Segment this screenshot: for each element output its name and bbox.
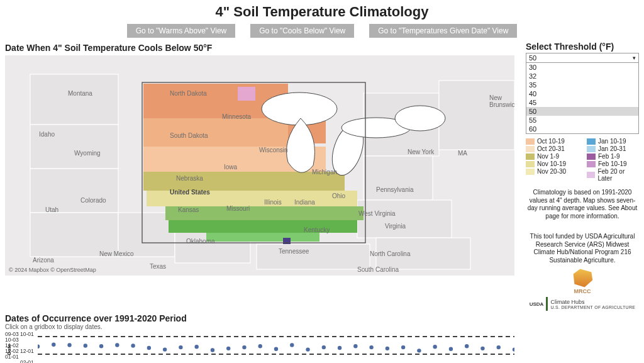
svg-point-42 (194, 345, 198, 349)
legend-swatch-icon (526, 161, 535, 167)
svg-point-57 (433, 345, 436, 349)
legend-item: Nov 10-19 (526, 160, 578, 167)
threshold-option-35[interactable]: 35 (526, 81, 638, 89)
timeseries-hint: Click on a gridbox to display dates. (5, 323, 639, 330)
legend-label: Nov 10-19 (537, 160, 566, 167)
svg-point-47 (274, 347, 278, 351)
svg-rect-2 (30, 125, 118, 169)
svg-point-62 (513, 347, 514, 351)
threshold-option-40[interactable]: 40 (526, 89, 638, 98)
svg-rect-22 (238, 87, 255, 101)
threshold-title: Select Threshold (°F) (526, 42, 639, 52)
svg-point-35 (84, 343, 87, 347)
mrcc-logo-text: MRCC (571, 288, 594, 294)
svg-rect-17 (143, 172, 345, 191)
timeseries-title: Dates of Occurrence over 1991-2020 Perio… (5, 313, 639, 323)
svg-point-44 (226, 347, 230, 350)
legend-item: Feb 20 or Later (587, 168, 639, 182)
svg-rect-20 (169, 220, 357, 233)
threshold-option-50[interactable]: 50 (526, 107, 638, 116)
svg-rect-8 (439, 81, 514, 150)
svg-rect-3 (30, 169, 118, 213)
svg-point-50 (322, 345, 326, 349)
threshold-option-45[interactable]: 45 (526, 98, 638, 107)
map-subtitle: Date When 4" Soil Temperature Cools Belo… (5, 42, 519, 55)
legend-label: Oct 20-31 (537, 145, 565, 152)
svg-rect-18 (147, 191, 357, 206)
svg-point-53 (369, 345, 373, 349)
svg-point-33 (52, 342, 55, 346)
legend-item: Oct 10-19 (526, 138, 578, 145)
svg-rect-11 (376, 238, 470, 269)
legend-swatch-icon (587, 146, 596, 152)
legend-item: Nov 20-30 (526, 168, 578, 175)
nav-cools-below[interactable]: Go to "Cools Below" View (250, 24, 354, 38)
funding-note: This tool funded by USDA Agricultural Re… (526, 233, 639, 264)
logo-row: MRCC USDA Climate Hubs U.S. DEPARTMENT O… (526, 268, 639, 311)
svg-point-39 (147, 346, 151, 350)
threshold-option-32[interactable]: 32 (526, 72, 638, 81)
svg-point-60 (480, 347, 484, 350)
climatology-note: Climatology is based on 1991-2020 values… (526, 189, 639, 220)
legend-swatch-icon (587, 154, 596, 160)
threshold-option-60[interactable]: 60 (526, 125, 638, 133)
svg-point-34 (67, 343, 71, 347)
nav-warms-above[interactable]: Go to "Warms Above" View (127, 24, 236, 38)
threshold-current[interactable]: 50 ▾ (526, 53, 638, 63)
svg-rect-15 (143, 118, 288, 147)
svg-point-59 (465, 344, 469, 348)
threshold-current-value: 50 (529, 54, 536, 62)
climate-hubs-text: Climate Hubs (550, 299, 584, 305)
svg-rect-4 (30, 213, 118, 257)
legend-label: Feb 20 or Later (597, 168, 639, 182)
svg-point-49 (306, 347, 309, 351)
usda-text: USDA (530, 301, 544, 307)
svg-point-51 (338, 346, 341, 350)
legend-item: Jan 10-19 (587, 138, 639, 145)
svg-point-27 (395, 106, 445, 131)
legend-label: Feb 10-19 (598, 160, 627, 167)
chevron-down-icon: ▾ (633, 55, 636, 61)
y-axis-ticks: 09-0310-01 10-03 11-02 12-0212-01 01-01 … (5, 332, 35, 363)
svg-point-36 (99, 344, 103, 348)
map-canvas[interactable]: Montana North Dakota South Dakota Minnes… (5, 55, 514, 276)
logo-bar-icon (546, 297, 548, 311)
legend-swatch-icon (587, 172, 595, 178)
legend-item: Feb 1-9 (587, 153, 639, 160)
climate-hubs-logo: USDA Climate Hubs U.S. DEPARTMENT OF AGR… (530, 297, 636, 311)
svg-point-48 (290, 343, 294, 347)
svg-point-56 (417, 349, 421, 352)
threshold-option-30[interactable]: 30 (526, 63, 638, 72)
threshold-dropdown[interactable]: 50 ▾ 3032354045505560 (526, 53, 639, 134)
legend-label: Feb 1-9 (598, 153, 619, 160)
timeseries-chart[interactable]: Date 09-0310-01 10-03 11-02 12-0212-01 0… (5, 332, 514, 363)
threshold-option-55[interactable]: 55 (526, 116, 638, 125)
legend-item: Nov 1-9 (526, 153, 578, 160)
svg-point-38 (131, 343, 135, 347)
legend-swatch-icon (587, 161, 596, 167)
svg-point-40 (163, 347, 167, 351)
legend-item: Jan 20-31 (587, 145, 639, 152)
legend-swatch-icon (526, 154, 535, 160)
legend-label: Nov 1-9 (537, 153, 559, 160)
svg-rect-21 (206, 233, 319, 242)
basemap-svg (5, 55, 514, 276)
nav-temps-given-date[interactable]: Go to "Temperatures Given Date" View (369, 24, 517, 38)
svg-point-45 (242, 345, 246, 349)
svg-point-32 (38, 345, 40, 349)
legend-swatch-icon (526, 138, 535, 145)
legend: Oct 10-19Oct 20-31Nov 1-9Nov 10-19Nov 20… (526, 138, 639, 182)
usda-dept-text: U.S. DEPARTMENT OF AGRICULTURE (550, 305, 635, 310)
svg-point-46 (258, 344, 262, 348)
svg-rect-19 (165, 206, 364, 220)
svg-point-55 (401, 345, 405, 349)
nav-row: Go to "Warms Above" View Go to "Cools Be… (0, 23, 644, 42)
svg-rect-10 (357, 200, 452, 238)
legend-swatch-icon (526, 146, 535, 152)
legend-label: Jan 10-19 (598, 138, 626, 145)
svg-rect-1 (30, 74, 118, 125)
svg-point-43 (211, 348, 214, 352)
svg-point-54 (386, 347, 389, 350)
legend-label: Jan 20-31 (598, 145, 626, 152)
svg-point-58 (449, 347, 453, 351)
